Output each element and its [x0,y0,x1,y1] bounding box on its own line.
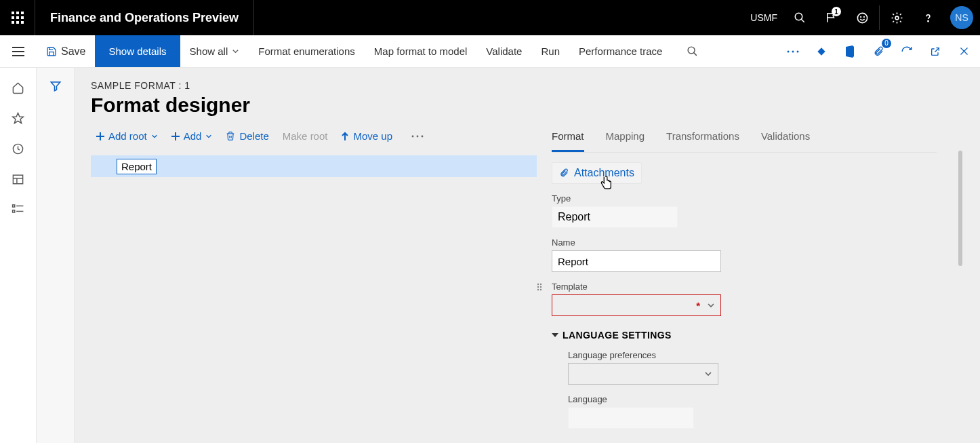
type-value: Report [552,206,678,228]
filter-button[interactable] [49,80,62,443]
delete-button[interactable]: Delete [220,128,274,145]
show-all-label: Show all [190,45,228,57]
notifications-button[interactable]: 1 [815,0,846,35]
favorites-button[interactable] [12,112,24,125]
tab-transformations[interactable]: Transformations [666,128,739,152]
smiley-icon [856,12,869,24]
tree-row[interactable]: Report [91,155,537,177]
help-button[interactable] [912,0,943,35]
office-icon [844,45,855,58]
svg-point-21 [788,50,790,52]
template-label: Template [552,282,937,292]
move-up-button[interactable]: Move up [335,128,398,145]
attachments-button[interactable]: Attachments [552,162,642,184]
feedback-button[interactable] [846,0,878,35]
modules-button[interactable] [12,204,24,214]
settings-button[interactable] [881,0,912,35]
svg-rect-5 [21,16,24,19]
paperclip-icon [559,168,569,178]
tab-validations[interactable]: Validations [761,128,810,152]
svg-point-47 [537,286,539,288]
add-root-button[interactable]: Add root [91,128,163,145]
required-indicator-icon: * [696,300,700,311]
plus-icon [171,132,180,140]
save-button[interactable]: Save [37,45,95,58]
language-settings-header[interactable]: LANGUAGE SETTINGS [552,330,937,341]
drag-handle-icon[interactable] [537,283,542,291]
svg-point-43 [417,135,419,137]
tab-format[interactable]: Format [552,128,584,152]
svg-point-14 [895,16,899,20]
modules-icon [12,204,24,214]
separator [879,5,880,30]
save-icon [46,46,57,57]
svg-rect-32 [13,205,15,207]
validate-button[interactable]: Validate [476,35,531,67]
search-icon [687,45,698,57]
svg-point-46 [540,284,542,285]
gear-icon [891,12,903,24]
add-button[interactable]: Add [166,128,218,145]
svg-point-11 [857,13,867,22]
tree-pane: Add root Add Delete Make root [91,128,537,429]
svg-point-19 [689,47,695,54]
help-icon [922,12,935,24]
type-label: Type [552,193,937,204]
breadcrumb: SAMPLE FORMAT : 1 [91,80,964,91]
svg-rect-2 [21,12,24,14]
nav-toggle-button[interactable] [0,47,37,56]
hamburger-icon [12,47,24,56]
svg-rect-6 [12,21,14,24]
svg-rect-4 [16,16,19,19]
svg-point-12 [860,16,861,17]
chevron-down-icon [151,133,158,140]
home-button[interactable] [12,81,24,94]
app-header: Finance and Operations Preview USMF 1 NS [0,0,980,35]
svg-rect-0 [12,12,14,14]
search-button[interactable] [784,0,815,35]
attachments-label: Attachments [574,167,634,179]
waffle-menu-button[interactable] [0,0,35,35]
refresh-button[interactable] [897,42,916,61]
format-enumerations-button[interactable]: Format enumerations [249,35,365,67]
filter-pane [37,68,75,443]
related-info-button[interactable] [812,42,831,61]
svg-point-9 [795,13,802,20]
chevron-down-icon [707,301,715,309]
show-all-button[interactable]: Show all [180,35,249,67]
language-pref-dropdown[interactable] [568,363,718,385]
template-dropdown[interactable]: * [552,294,721,316]
tab-mapping[interactable]: Mapping [606,128,645,152]
svg-point-15 [927,20,928,21]
popout-button[interactable] [926,42,945,61]
scrollbar-thumb[interactable] [958,151,962,266]
language-value [568,407,694,429]
entity-label[interactable]: USMF [750,12,777,23]
details-tabs: Format Mapping Transformations Validatio… [552,128,937,153]
recent-button[interactable] [12,142,24,155]
find-button[interactable] [672,35,713,67]
caret-down-icon [552,332,558,339]
svg-point-13 [863,16,864,17]
attachments-button-toolbar[interactable]: 0 [869,42,888,61]
map-format-button[interactable]: Map format to model [365,35,477,67]
svg-line-10 [801,19,804,22]
chevron-down-icon [232,47,239,55]
run-button[interactable]: Run [531,35,569,67]
make-root-button: Make root [277,128,333,145]
open-office-button[interactable] [840,42,859,61]
performance-trace-button[interactable]: Performance trace [569,35,672,67]
show-details-button[interactable]: Show details [95,35,180,67]
star-icon [12,112,24,125]
overflow-button[interactable] [783,42,802,61]
workspaces-button[interactable] [12,173,24,186]
svg-marker-27 [13,113,24,123]
name-input[interactable] [552,250,721,272]
tree-overflow-button[interactable] [401,132,429,141]
show-details-label: Show details [108,45,166,57]
paperclip-icon [873,45,884,58]
ellipsis-icon [787,50,799,54]
user-avatar[interactable]: NS [950,6,973,29]
svg-point-22 [792,50,794,52]
close-button[interactable] [954,42,973,61]
